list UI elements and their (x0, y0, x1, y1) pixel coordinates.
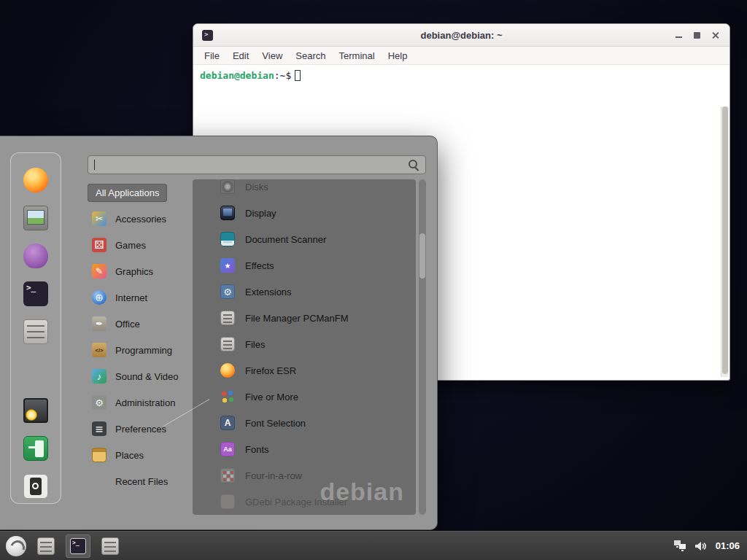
four-in-a-row-icon (220, 468, 235, 483)
app-document-scanner[interactable]: Document Scanner (193, 226, 416, 252)
app-files[interactable]: Files (193, 331, 416, 357)
taskbar: 01:06 (0, 531, 747, 560)
terminal-icon (202, 30, 213, 41)
category-internet[interactable]: Internet (88, 284, 194, 311)
menu-help[interactable]: Help (382, 47, 414, 64)
menu-view[interactable]: View (255, 47, 289, 64)
menu-edit[interactable]: Edit (226, 47, 255, 64)
network-icon[interactable] (674, 540, 686, 551)
accessories-icon (92, 211, 107, 226)
menu-file[interactable]: File (198, 47, 226, 64)
minimize-icon[interactable] (676, 36, 682, 38)
app-fonts[interactable]: Fonts (193, 436, 416, 462)
purple-mascot-icon[interactable] (23, 244, 48, 268)
category-programming[interactable]: Programming (88, 337, 194, 363)
taskbar-tray: 01:06 (674, 540, 747, 551)
font-selection-icon (220, 416, 235, 430)
app-disks[interactable]: Disks (193, 179, 416, 200)
category-preferences[interactable]: Preferences (88, 416, 194, 442)
menu-scrollbar[interactable] (419, 179, 426, 515)
applications-menu: All Applications Accessories Games Graph… (0, 136, 438, 530)
search-icon (409, 160, 419, 171)
firefox-icon[interactable] (23, 168, 48, 192)
programming-icon (92, 343, 107, 357)
app-display[interactable]: Display (193, 200, 416, 226)
category-graphics[interactable]: Graphics (88, 258, 194, 284)
close-icon[interactable] (712, 31, 719, 39)
category-office[interactable]: Office (88, 311, 194, 337)
preferences-sliders-icon (92, 421, 107, 436)
power-ring-icon (32, 483, 39, 489)
app-font-selection[interactable]: Font Selection (193, 410, 416, 436)
application-list: debian Disks Display Document Scanner Ef… (193, 179, 416, 515)
favorites-sidebar (10, 152, 61, 504)
extensions-icon (220, 284, 235, 299)
category-all-applications[interactable]: All Applications (88, 179, 194, 206)
logout-icon[interactable] (23, 436, 48, 461)
menu-button[interactable] (6, 536, 26, 556)
disks-icon (220, 179, 235, 194)
terminal-icon[interactable] (23, 281, 48, 306)
category-sound-video[interactable]: Sound & Video (88, 363, 194, 389)
folder-icon (92, 448, 107, 462)
files-icon[interactable] (101, 537, 119, 555)
games-icon (92, 238, 107, 252)
file-cabinet-icon (220, 337, 235, 351)
category-list: All Applications Accessories Games Graph… (88, 179, 194, 512)
app-firefox-esr[interactable]: Firefox ESR (193, 357, 416, 384)
app-four-in-a-row[interactable]: Four-in-a-row (193, 462, 416, 489)
prompt-symbol: $ (285, 70, 291, 81)
firefox-icon (220, 363, 235, 378)
maximize-icon[interactable] (694, 32, 700, 39)
app-effects[interactable]: Effects (193, 252, 416, 279)
app-extensions[interactable]: Extensions (193, 279, 416, 305)
search-input[interactable] (95, 156, 409, 174)
terminal-cursor (295, 70, 301, 81)
menu-search[interactable]: Search (289, 47, 332, 64)
search-bar[interactable] (88, 155, 426, 174)
terminal-titlebar[interactable]: debian@debian: ~ (193, 24, 729, 47)
app-five-or-more[interactable]: Five or More (193, 384, 416, 410)
taskbar-launchers (0, 534, 119, 558)
file-cabinet-icon (220, 311, 235, 325)
file-cabinet-icon[interactable] (23, 319, 48, 344)
terminal-menubar: File Edit View Search Terminal Help (193, 47, 729, 65)
office-icon (92, 316, 107, 331)
power-icon[interactable] (23, 474, 48, 499)
volume-icon[interactable] (695, 541, 707, 551)
menu-terminal[interactable]: Terminal (333, 47, 382, 64)
category-administration[interactable]: Administration (88, 389, 194, 416)
terminal-task-button[interactable] (66, 534, 90, 558)
terminal-scrollbar[interactable] (721, 106, 729, 377)
sound-video-icon (92, 369, 107, 384)
menu-scrollbar-thumb[interactable] (419, 233, 426, 279)
clock[interactable]: 01:06 (716, 540, 740, 551)
scanner-icon (220, 232, 235, 246)
category-places[interactable]: Places (88, 442, 194, 468)
app-gdebi-package-installer[interactable]: GDebi Package Installer (193, 489, 416, 515)
effects-icon (220, 258, 235, 273)
prompt-separator: : (274, 70, 280, 81)
gdebi-icon (220, 494, 235, 509)
category-accessories[interactable]: Accessories (88, 206, 194, 232)
file-manager-icon[interactable] (37, 537, 55, 555)
fonts-icon (220, 442, 235, 456)
terminal-scrollbar-thumb[interactable] (722, 106, 728, 374)
lock-screen-icon[interactable] (23, 398, 48, 423)
internet-globe-icon (92, 290, 107, 305)
prompt-user-host: debian@debian (200, 70, 274, 81)
window-title: debian@debian: ~ (193, 30, 729, 41)
five-or-more-dots-icon (220, 389, 235, 404)
photo-stack-icon[interactable] (23, 206, 48, 230)
display-monitor-icon (220, 206, 235, 220)
graphics-icon (92, 264, 107, 279)
terminal-icon (70, 538, 86, 554)
category-games[interactable]: Games (88, 232, 194, 258)
category-recent-files[interactable]: Recent Files (88, 468, 194, 494)
administration-gear-icon (92, 395, 107, 410)
app-file-manager-pcmanfm[interactable]: File Manager PCManFM (193, 305, 416, 331)
